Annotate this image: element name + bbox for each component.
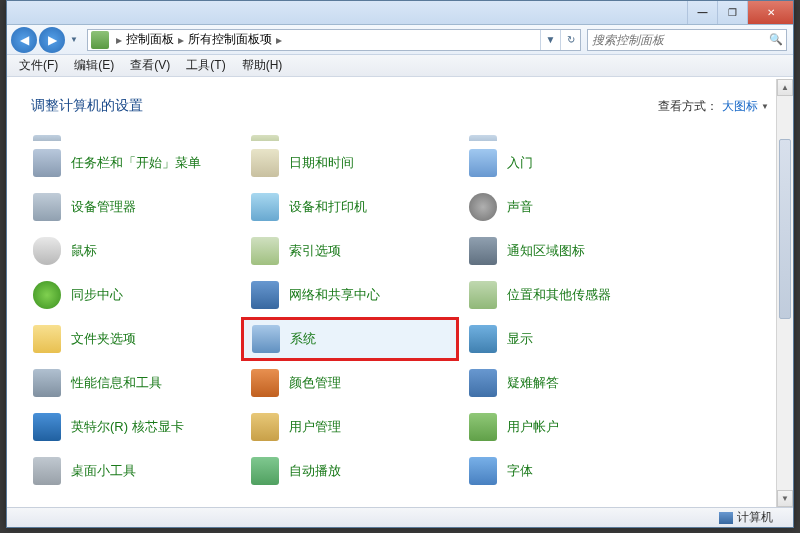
content-area: 调整计算机的设置 查看方式： 大图标 ▼ 任务栏和「开始」菜单 日期和时间 入门… <box>7 79 793 507</box>
applet-device-manager[interactable]: 设备管理器 <box>23 185 241 229</box>
calendar-icon <box>251 149 279 177</box>
applet-sound[interactable]: 声音 <box>459 185 677 229</box>
applet-label: 网络和共享中心 <box>289 286 380 304</box>
applet-label: 入门 <box>507 154 533 172</box>
applet-location-sensors[interactable]: 位置和其他传感器 <box>459 273 677 317</box>
applet-intel-graphics[interactable]: 英特尔(R) 核芯显卡 <box>23 405 241 449</box>
forward-button[interactable]: ▶ <box>39 27 65 53</box>
applet-getting-started[interactable]: 入门 <box>459 141 677 185</box>
applet-performance[interactable]: 性能信息和工具 <box>23 361 241 405</box>
applet-desktop-gadgets[interactable]: 桌面小工具 <box>23 449 241 493</box>
breadcrumb-root[interactable]: 控制面板 <box>126 31 174 48</box>
applet-indexing[interactable]: 索引选项 <box>241 229 459 273</box>
font-icon <box>469 457 497 485</box>
applet-item[interactable] <box>241 127 459 141</box>
applet-label: 鼠标 <box>71 242 97 260</box>
vertical-scrollbar[interactable]: ▲ ▼ <box>776 79 793 507</box>
applet-label: 字体 <box>507 462 533 480</box>
search-input[interactable] <box>588 33 766 47</box>
breadcrumb-sep: ▸ <box>272 33 286 47</box>
computer-icon <box>719 512 733 524</box>
applet-label: 同步中心 <box>71 286 123 304</box>
applet-fonts[interactable]: 字体 <box>459 449 677 493</box>
menu-view[interactable]: 查看(V) <box>122 55 178 76</box>
applet-label: 通知区域图标 <box>507 242 585 260</box>
applet-notification-area[interactable]: 通知区域图标 <box>459 229 677 273</box>
breadcrumb-current[interactable]: 所有控制面板项 <box>188 31 272 48</box>
applet-troubleshooting[interactable]: 疑难解答 <box>459 361 677 405</box>
printer-icon <box>251 193 279 221</box>
intel-icon <box>33 413 61 441</box>
gadget-icon <box>33 457 61 485</box>
applet-mouse[interactable]: 鼠标 <box>23 229 241 273</box>
applet-system[interactable]: 系统 <box>241 317 459 361</box>
items-grid: 任务栏和「开始」菜单 日期和时间 入门 设备管理器 设备和打印机 声音 鼠标 索… <box>7 123 793 497</box>
grid-row: 鼠标 索引选项 通知区域图标 <box>23 229 777 273</box>
scroll-thumb[interactable] <box>779 139 791 319</box>
content-header: 调整计算机的设置 查看方式： 大图标 ▼ <box>7 79 793 123</box>
applet-label: 任务栏和「开始」菜单 <box>71 154 201 172</box>
addr-dropdown-icon[interactable]: ▼ <box>540 30 560 50</box>
close-button[interactable]: ✕ <box>747 1 793 24</box>
applet-label: 设备管理器 <box>71 198 136 216</box>
applet-label: 位置和其他传感器 <box>507 286 611 304</box>
applet-taskbar[interactable]: 任务栏和「开始」菜单 <box>23 141 241 185</box>
taskbar-icon <box>33 149 61 177</box>
scroll-up-button[interactable]: ▲ <box>777 79 793 96</box>
search-icon[interactable]: 🔍 <box>766 33 786 46</box>
applet-sync-center[interactable]: 同步中心 <box>23 273 241 317</box>
menu-help[interactable]: 帮助(H) <box>234 55 291 76</box>
folder-icon <box>33 325 61 353</box>
applet-devices-printers[interactable]: 设备和打印机 <box>241 185 459 229</box>
applet-label: 用户帐户 <box>507 418 559 436</box>
nav-history-dropdown[interactable]: ▼ <box>67 33 81 47</box>
grid-row <box>23 127 777 141</box>
sync-icon <box>33 281 61 309</box>
applet-autoplay[interactable]: 自动播放 <box>241 449 459 493</box>
grid-row: 任务栏和「开始」菜单 日期和时间 入门 <box>23 141 777 185</box>
search-box[interactable]: 🔍 <box>587 29 787 51</box>
minimize-button[interactable]: — <box>687 1 717 24</box>
tray-icon <box>469 237 497 265</box>
applet-item[interactable] <box>459 127 677 141</box>
control-panel-window: — ❐ ✕ ◀ ▶ ▼ ▸ 控制面板 ▸ 所有控制面板项 ▸ ▼ ↻ 🔍 文件(… <box>6 0 794 528</box>
refresh-button[interactable]: ↻ <box>560 30 580 50</box>
applet-item[interactable] <box>23 127 241 141</box>
network-icon <box>251 281 279 309</box>
grid-row: 文件夹选项 系统 显示 <box>23 317 777 361</box>
view-mode-selector[interactable]: 查看方式： 大图标 ▼ <box>658 98 769 115</box>
applet-user-accounts[interactable]: 用户帐户 <box>459 405 677 449</box>
applet-label: 索引选项 <box>289 242 341 260</box>
chevron-down-icon[interactable]: ▼ <box>761 102 769 111</box>
applet-label: 疑难解答 <box>507 374 559 392</box>
monitor-icon <box>469 325 497 353</box>
sensor-icon <box>469 281 497 309</box>
applet-datetime[interactable]: 日期和时间 <box>241 141 459 185</box>
view-mode-label: 查看方式： <box>658 98 718 115</box>
control-panel-icon <box>91 31 109 49</box>
menu-edit[interactable]: 编辑(E) <box>66 55 122 76</box>
view-mode-value[interactable]: 大图标 <box>722 98 758 115</box>
menu-file[interactable]: 文件(F) <box>11 55 66 76</box>
start-icon <box>469 149 497 177</box>
applet-folder-options[interactable]: 文件夹选项 <box>23 317 241 361</box>
applet-label: 日期和时间 <box>289 154 354 172</box>
applet-label: 性能信息和工具 <box>71 374 162 392</box>
performance-icon <box>33 369 61 397</box>
navigation-bar: ◀ ▶ ▼ ▸ 控制面板 ▸ 所有控制面板项 ▸ ▼ ↻ 🔍 <box>7 25 793 55</box>
device-manager-icon <box>33 193 61 221</box>
speaker-icon <box>469 193 497 221</box>
grid-row: 同步中心 网络和共享中心 位置和其他传感器 <box>23 273 777 317</box>
applet-color-management[interactable]: 颜色管理 <box>241 361 459 405</box>
applet-display[interactable]: 显示 <box>459 317 677 361</box>
scroll-down-button[interactable]: ▼ <box>777 490 793 507</box>
menu-tools[interactable]: 工具(T) <box>178 55 233 76</box>
back-button[interactable]: ◀ <box>11 27 37 53</box>
applet-label: 文件夹选项 <box>71 330 136 348</box>
applet-network-sharing[interactable]: 网络和共享中心 <box>241 273 459 317</box>
title-bar: — ❐ ✕ <box>7 1 793 25</box>
maximize-button[interactable]: ❐ <box>717 1 747 24</box>
applet-user-management[interactable]: 用户管理 <box>241 405 459 449</box>
address-bar[interactable]: ▸ 控制面板 ▸ 所有控制面板项 ▸ ▼ ↻ <box>87 29 581 51</box>
grid-row: 设备管理器 设备和打印机 声音 <box>23 185 777 229</box>
